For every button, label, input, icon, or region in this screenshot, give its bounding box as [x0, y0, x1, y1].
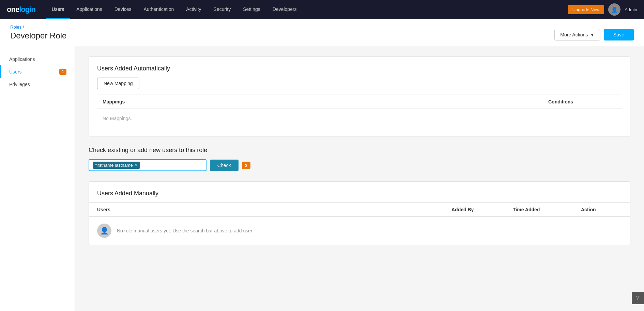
manual-empty-row: 👤 No role manual users yet. Use the sear… — [89, 217, 630, 245]
col-conditions: Conditions — [548, 99, 616, 104]
check-section: Check existing or add new users to this … — [89, 147, 630, 171]
new-mapping-button[interactable]: New Mapping — [97, 78, 139, 89]
user-tag: firstname lastname × — [93, 162, 140, 169]
sidebar-item-users[interactable]: Users 1 — [0, 65, 75, 78]
auto-section-title: Users Added Automatically — [89, 57, 630, 78]
tag-remove-icon[interactable]: × — [135, 163, 137, 168]
col-action: Action — [581, 207, 622, 212]
sidebar-label-users: Users — [9, 69, 22, 75]
sidebar-item-applications[interactable]: Applications — [0, 53, 75, 65]
col-time-added: Time Added — [513, 207, 581, 212]
main-layout: Applications Users 1 Privileges Users Ad… — [0, 46, 644, 311]
user-name-label: Admin — [625, 7, 637, 12]
sidebar: Applications Users 1 Privileges — [0, 46, 75, 311]
nav-item-developers[interactable]: Developers — [266, 0, 303, 19]
help-button[interactable]: ? — [632, 292, 644, 304]
nav-item-security[interactable]: Security — [208, 0, 237, 19]
manual-section-title: Users Added Manually — [89, 182, 630, 202]
col-mappings: Mappings — [103, 99, 548, 104]
nav-items: Users Applications Devices Authenticatio… — [46, 0, 568, 19]
page-header: Roles / Developer Role More Actions ▼ Sa… — [0, 19, 644, 46]
nav-item-devices[interactable]: Devices — [108, 0, 138, 19]
sidebar-label-privileges: Privileges — [9, 82, 30, 87]
mappings-table-header: Mappings Conditions — [97, 95, 622, 109]
user-search-input[interactable] — [143, 163, 202, 168]
page-title: Developer Role — [10, 31, 66, 40]
more-actions-button[interactable]: More Actions ▼ — [554, 29, 600, 40]
header-actions: More Actions ▼ Save — [554, 29, 634, 40]
save-button[interactable]: Save — [604, 29, 634, 40]
app-logo: onelogin — [7, 5, 35, 14]
nav-item-settings[interactable]: Settings — [237, 0, 266, 19]
manual-users-section: Users Added Manually Users Added By Time… — [89, 181, 630, 245]
mappings-empty-row: No Mappings. — [97, 109, 622, 128]
col-added-by: Added By — [451, 207, 513, 212]
auto-section-body: New Mapping Mappings Conditions No Mappi… — [89, 78, 630, 136]
avatar: 👤 — [608, 3, 620, 16]
nav-item-activity[interactable]: Activity — [180, 0, 207, 19]
mappings-table: Mappings Conditions No Mappings. — [97, 95, 622, 128]
col-users: Users — [97, 207, 451, 212]
check-input-row: firstname lastname × Check 2 — [89, 159, 630, 171]
check-button[interactable]: Check — [210, 160, 239, 171]
nav-item-applications[interactable]: Applications — [70, 0, 108, 19]
top-navigation: onelogin Users Applications Devices Auth… — [0, 0, 644, 19]
nav-item-authentication[interactable]: Authentication — [138, 0, 180, 19]
main-content: Users Added Automatically New Mapping Ma… — [75, 46, 644, 311]
tag-input-container[interactable]: firstname lastname × — [89, 159, 206, 171]
tag-label: firstname lastname — [95, 163, 133, 168]
sidebar-item-privileges[interactable]: Privileges — [0, 78, 75, 91]
users-badge: 1 — [59, 69, 66, 75]
breadcrumb[interactable]: Roles / — [10, 24, 66, 30]
step-badge-2: 2 — [242, 162, 251, 169]
sidebar-label-applications: Applications — [9, 56, 35, 62]
empty-user-icon: 👤 — [97, 224, 111, 238]
more-actions-label: More Actions — [560, 32, 588, 37]
auto-users-section: Users Added Automatically New Mapping Ma… — [89, 56, 630, 136]
header-left: Roles / Developer Role — [10, 24, 66, 40]
topnav-right: Upgrade Now 👤 Admin — [568, 3, 637, 16]
manual-table-header: Users Added By Time Added Action — [89, 202, 630, 217]
chevron-down-icon: ▼ — [590, 32, 595, 37]
manual-empty-text: No role manual users yet. Use the search… — [117, 228, 252, 233]
check-section-title: Check existing or add new users to this … — [89, 147, 630, 154]
nav-item-users[interactable]: Users — [46, 0, 71, 19]
upgrade-button[interactable]: Upgrade Now — [568, 5, 604, 14]
